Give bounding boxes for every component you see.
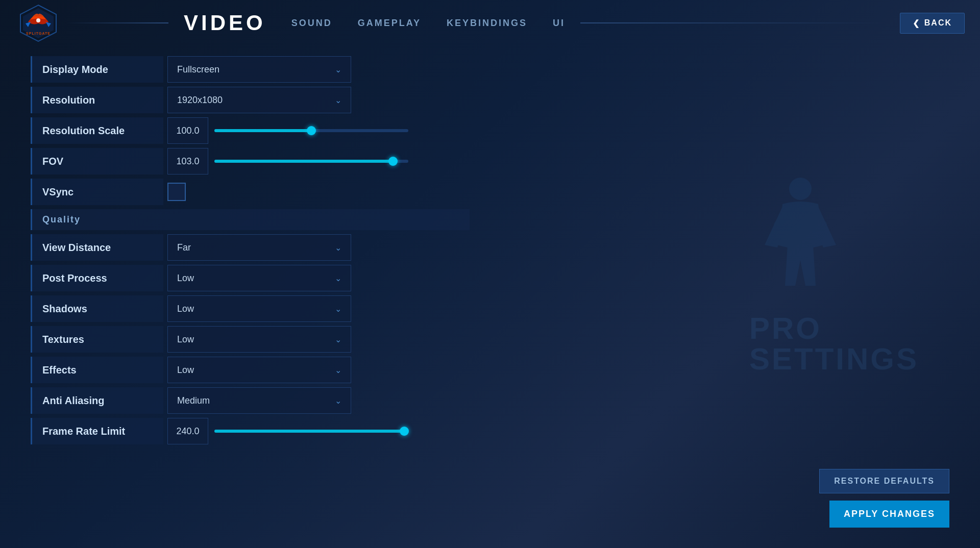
shadows-row: Shadows Low ⌄ xyxy=(31,295,470,322)
pro-settings-watermark: PRO SETTINGS xyxy=(749,173,919,375)
resolution-scale-control: 100.0 xyxy=(167,117,470,144)
vsync-control xyxy=(167,183,470,201)
header: SPLITGATE VIDEO SOUND GAMEPLAY KEYBINDIN… xyxy=(0,0,980,46)
view-distance-row: View Distance Far ⌄ xyxy=(31,234,470,261)
view-distance-control: Far ⌄ xyxy=(167,234,470,261)
post-process-value: Low xyxy=(177,273,194,284)
shadows-label: Shadows xyxy=(31,295,163,322)
shadows-control: Low ⌄ xyxy=(167,295,470,322)
main-content: Display Mode Fullscreen ⌄ Resolution 192… xyxy=(0,46,500,459)
fov-value: 103.0 xyxy=(167,148,208,175)
textures-dropdown[interactable]: Low ⌄ xyxy=(167,326,351,353)
resolution-dropdown[interactable]: 1920x1080 ⌄ xyxy=(167,87,351,113)
svg-text:SPLITGATE: SPLITGATE xyxy=(26,32,51,35)
vsync-checkbox[interactable] xyxy=(167,183,186,201)
svg-point-5 xyxy=(775,217,826,232)
restore-defaults-button[interactable]: RESTORE DEFAULTS xyxy=(819,469,949,493)
post-process-label: Post Process xyxy=(31,265,163,291)
fov-label: FOV xyxy=(31,148,163,175)
anti-aliasing-chevron-icon: ⌄ xyxy=(335,396,341,406)
textures-row: Textures Low ⌄ xyxy=(31,326,470,353)
resolution-row: Resolution 1920x1080 ⌄ xyxy=(31,87,470,113)
resolution-chevron-icon: ⌄ xyxy=(335,95,341,105)
frame-rate-limit-control: 240.0 xyxy=(167,418,470,444)
post-process-row: Post Process Low ⌄ xyxy=(31,265,470,291)
back-label: BACK xyxy=(924,18,952,28)
resolution-scale-label: Resolution Scale xyxy=(31,117,163,144)
frame-rate-limit-track[interactable] xyxy=(214,430,408,433)
effects-chevron-icon: ⌄ xyxy=(335,365,341,375)
back-chevron-icon: ❮ xyxy=(913,18,920,28)
frame-rate-limit-value: 240.0 xyxy=(167,418,208,444)
post-process-dropdown[interactable]: Low ⌄ xyxy=(167,265,351,291)
view-distance-dropdown[interactable]: Far ⌄ xyxy=(167,234,351,261)
vsync-row: VSync xyxy=(31,179,470,205)
textures-value: Low xyxy=(177,334,194,345)
resolution-value: 1920x1080 xyxy=(177,95,223,106)
anti-aliasing-label: Anti Aliasing xyxy=(31,387,163,414)
fov-row: FOV 103.0 xyxy=(31,148,470,175)
shadows-value: Low xyxy=(177,304,194,314)
tab-ui[interactable]: UI xyxy=(553,18,565,29)
frame-rate-limit-fill xyxy=(214,430,404,433)
effects-row: Effects Low ⌄ xyxy=(31,357,470,383)
watermark-settings: SETTINGS xyxy=(749,344,919,375)
tab-keybindings[interactable]: KEYBINDINGS xyxy=(447,18,527,29)
textures-control: Low ⌄ xyxy=(167,326,470,353)
post-process-chevron-icon: ⌄ xyxy=(335,273,341,283)
svg-point-4 xyxy=(789,178,812,200)
frame-rate-slider-container: 240.0 xyxy=(167,418,470,444)
header-line-left xyxy=(66,22,168,23)
display-mode-row: Display Mode Fullscreen ⌄ xyxy=(31,56,470,83)
quality-section-header: Quality xyxy=(31,209,470,230)
frame-rate-limit-label: Frame Rate Limit xyxy=(31,418,163,444)
fov-fill xyxy=(214,160,393,163)
resolution-scale-value: 100.0 xyxy=(167,117,208,144)
effects-label: Effects xyxy=(31,357,163,383)
watermark-pro: PRO xyxy=(749,313,919,344)
tab-gameplay[interactable]: GAMEPLAY xyxy=(358,18,421,29)
resolution-scale-fill xyxy=(214,129,311,132)
view-distance-label: View Distance xyxy=(31,234,163,261)
display-mode-dropdown[interactable]: Fullscreen ⌄ xyxy=(167,56,351,83)
vsync-label: VSync xyxy=(31,179,163,205)
fov-control: 103.0 xyxy=(167,148,470,175)
display-mode-label: Display Mode xyxy=(31,56,163,83)
anti-aliasing-control: Medium ⌄ xyxy=(167,387,470,414)
fov-thumb[interactable] xyxy=(388,157,398,166)
resolution-scale-thumb[interactable] xyxy=(307,126,316,135)
anti-aliasing-row: Anti Aliasing Medium ⌄ xyxy=(31,387,470,414)
logo: SPLITGATE xyxy=(15,3,61,43)
resolution-scale-row: Resolution Scale 100.0 xyxy=(31,117,470,144)
resolution-label: Resolution xyxy=(31,87,163,113)
resolution-scale-slider-container: 100.0 xyxy=(167,117,470,144)
frame-rate-limit-thumb[interactable] xyxy=(400,427,409,436)
effects-value: Low xyxy=(177,365,194,376)
nav-tabs: SOUND GAMEPLAY KEYBINDINGS UI xyxy=(291,18,565,29)
apply-changes-button[interactable]: APPLY CHANGES xyxy=(829,501,949,528)
frame-rate-limit-row: Frame Rate Limit 240.0 xyxy=(31,418,470,444)
display-mode-chevron-icon: ⌄ xyxy=(335,65,341,74)
resolution-scale-track[interactable] xyxy=(214,129,408,132)
view-distance-value: Far xyxy=(177,242,191,253)
view-distance-chevron-icon: ⌄ xyxy=(335,243,341,253)
textures-chevron-icon: ⌄ xyxy=(335,335,341,344)
effects-dropdown[interactable]: Low ⌄ xyxy=(167,357,351,383)
tab-sound[interactable]: SOUND xyxy=(291,18,332,29)
post-process-control: Low ⌄ xyxy=(167,265,470,291)
effects-control: Low ⌄ xyxy=(167,357,470,383)
anti-aliasing-dropdown[interactable]: Medium ⌄ xyxy=(167,387,351,414)
anti-aliasing-value: Medium xyxy=(177,395,210,406)
shadows-dropdown[interactable]: Low ⌄ xyxy=(167,295,351,322)
page-title: VIDEO xyxy=(168,11,281,35)
shadows-chevron-icon: ⌄ xyxy=(335,304,341,314)
display-mode-control: Fullscreen ⌄ xyxy=(167,56,470,83)
display-mode-value: Fullscreen xyxy=(177,64,219,75)
fov-slider-container: 103.0 xyxy=(167,148,470,175)
textures-label: Textures xyxy=(31,326,163,353)
resolution-control: 1920x1080 ⌄ xyxy=(167,87,470,113)
header-line-right xyxy=(580,22,885,23)
svg-point-2 xyxy=(36,18,40,22)
back-button[interactable]: ❮ BACK xyxy=(900,13,965,34)
fov-track[interactable] xyxy=(214,160,408,163)
